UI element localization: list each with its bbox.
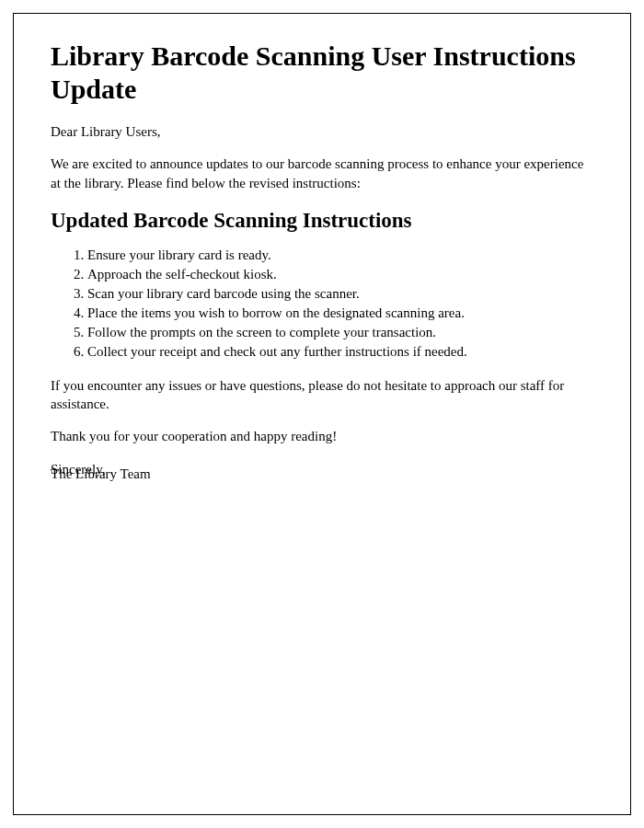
instructions-heading: Updated Barcode Scanning Instructions: [51, 209, 593, 233]
assistance-paragraph: If you encounter any issues or have ques…: [51, 376, 593, 414]
list-item: Ensure your library card is ready.: [87, 246, 593, 265]
list-item: Scan your library card barcode using the…: [87, 284, 593, 304]
document-title: Library Barcode Scanning User Instructio…: [51, 40, 593, 106]
list-item: Collect your receipt and check out any f…: [87, 342, 593, 362]
team-signature: The Library Team: [51, 465, 593, 483]
list-item: Approach the self-checkout kiosk.: [87, 265, 593, 284]
list-item: Place the items you wish to borrow on th…: [87, 304, 593, 323]
instructions-list: Ensure your library card is ready. Appro…: [87, 246, 593, 362]
document-page: Library Barcode Scanning User Instructio…: [13, 13, 631, 815]
list-item: Follow the prompts on the screen to comp…: [87, 323, 593, 342]
salutation: Dear Library Users,: [51, 122, 593, 141]
thanks-paragraph: Thank you for your cooperation and happy…: [51, 427, 593, 445]
intro-paragraph: We are excited to announce updates to ou…: [51, 155, 593, 192]
